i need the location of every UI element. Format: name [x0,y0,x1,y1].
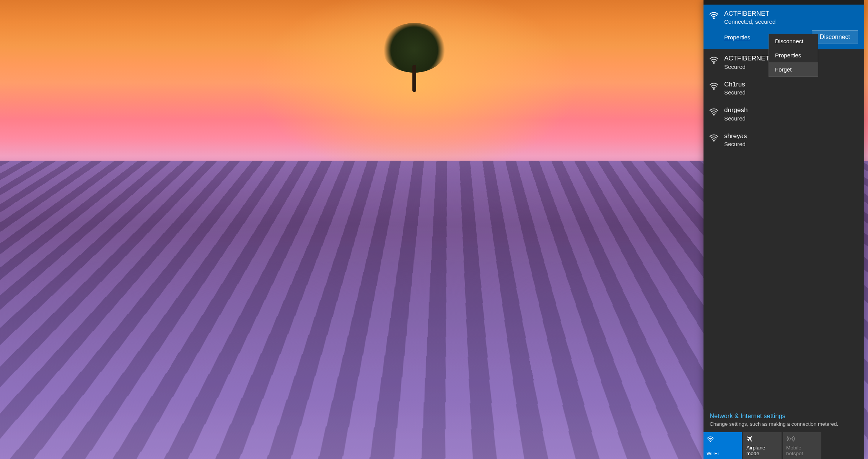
svg-point-2 [713,88,714,89]
disconnect-button[interactable]: Disconnect [812,30,858,44]
wifi-icon [709,106,719,116]
svg-point-5 [710,441,711,442]
svg-point-1 [713,63,714,63]
context-menu-properties[interactable]: Properties [769,48,818,62]
settings-subtitle: Change settings, such as making a connec… [710,421,858,427]
network-list: ACTFIBERNET Connected, secured Propertie… [704,5,864,408]
properties-link[interactable]: Properties [724,34,750,41]
network-item[interactable]: Ch1rus Secured [704,75,864,101]
wifi-icon [707,435,739,443]
context-menu-disconnect[interactable]: Disconnect [769,34,818,48]
airplane-icon [746,435,778,443]
quick-action-tiles: Wi-Fi Airplane mode Mobile hotspot [704,432,864,459]
flyout-header [704,0,864,5]
wifi-icon [709,55,719,65]
hotspot-icon [786,435,818,443]
svg-point-0 [713,18,714,18]
network-name: ACTFIBERNET [724,10,858,18]
tile-wifi[interactable]: Wi-Fi [704,432,742,459]
settings-title: Network & Internet settings [710,412,858,420]
wifi-flyout: ACTFIBERNET Connected, secured Propertie… [704,0,864,459]
svg-point-3 [713,114,714,115]
network-status: Connected, secured [724,18,858,25]
network-item[interactable]: shreyas Secured [704,127,864,153]
network-name: Ch1rus [724,81,858,88]
wifi-icon [709,132,719,142]
network-status: Secured [724,141,858,147]
network-status: Secured [724,115,858,122]
network-settings-link[interactable]: Network & Internet settings Change setti… [704,408,864,432]
network-status: Secured [724,89,858,96]
tile-airplane-mode[interactable]: Airplane mode [743,432,782,459]
tile-mobile-hotspot[interactable]: Mobile hotspot [783,432,821,459]
tile-label: Airplane mode [746,445,778,457]
svg-point-6 [790,438,791,439]
wifi-icon [709,10,719,20]
tile-label: Mobile hotspot [786,445,818,457]
wifi-icon [709,81,719,91]
tile-label: Wi-Fi [707,451,739,457]
network-item[interactable]: durgesh Secured [704,101,864,127]
network-name: durgesh [724,106,858,114]
wallpaper-tree [382,23,447,92]
svg-point-4 [713,140,714,141]
network-name: shreyas [724,132,858,140]
context-menu-forget[interactable]: Forget [769,62,818,76]
network-item-connected[interactable]: ACTFIBERNET Connected, secured Propertie… [704,5,864,49]
network-context-menu: Disconnect Properties Forget [769,34,818,77]
